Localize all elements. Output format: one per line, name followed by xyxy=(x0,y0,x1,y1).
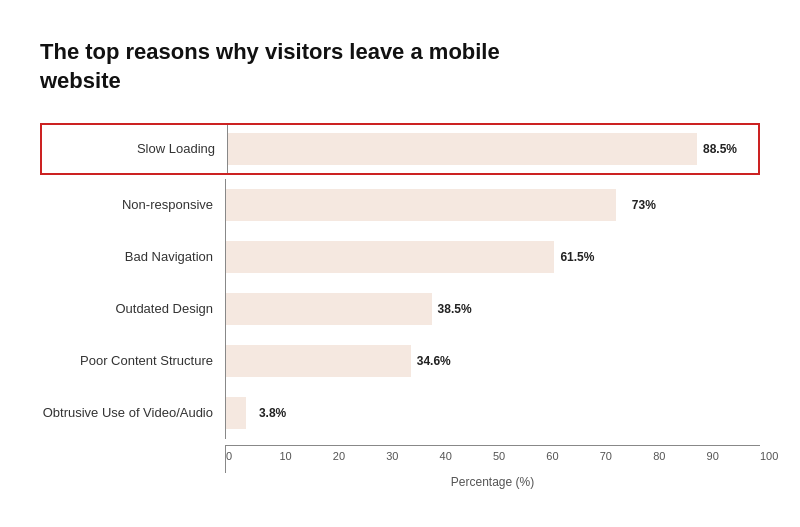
chart-title: The top reasons why visitors leave a mob… xyxy=(40,38,520,95)
bar-row: Non-responsive73% xyxy=(40,179,760,231)
x-axis-area: 0102030405060708090100 xyxy=(40,445,760,473)
x-axis-title: Percentage (%) xyxy=(40,475,760,489)
bar-fill: 73% xyxy=(226,189,616,221)
bar-fill: 3.8% xyxy=(226,397,246,429)
chart-container: The top reasons why visitors leave a mob… xyxy=(40,38,760,489)
bar-label: Outdated Design xyxy=(40,301,225,317)
bar-fill: 61.5% xyxy=(226,241,554,273)
bar-label: Poor Content Structure xyxy=(40,353,225,369)
bar-value-label: 3.8% xyxy=(259,406,286,420)
x-tick-labels: 0102030405060708090100 xyxy=(226,446,760,462)
bar-track: 73% xyxy=(225,179,760,231)
bar-row: Slow Loading88.5% xyxy=(40,123,760,175)
bar-row: Bad Navigation61.5% xyxy=(40,231,760,283)
bar-value-label: 61.5% xyxy=(560,250,594,264)
bar-track: 3.8% xyxy=(225,387,760,439)
bar-value-label: 38.5% xyxy=(438,302,472,316)
bar-value-label: 34.6% xyxy=(417,354,451,368)
bar-row: Obtrusive Use of Video/Audio3.8% xyxy=(40,387,760,439)
bar-fill: 34.6% xyxy=(226,345,411,377)
bar-track: 88.5% xyxy=(227,125,758,173)
bar-label: Non-responsive xyxy=(40,197,225,213)
bar-label: Slow Loading xyxy=(42,141,227,157)
bar-fill: 88.5% xyxy=(228,133,697,165)
bar-label: Obtrusive Use of Video/Audio xyxy=(40,405,225,421)
bar-row: Poor Content Structure34.6% xyxy=(40,335,760,387)
bar-track: 38.5% xyxy=(225,283,760,335)
bar-value-label: 73% xyxy=(632,198,656,212)
bar-value-label: 88.5% xyxy=(703,142,737,156)
bar-track: 34.6% xyxy=(225,335,760,387)
x-axis: 0102030405060708090100 xyxy=(225,445,760,473)
bar-label: Bad Navigation xyxy=(40,249,225,265)
bar-track: 61.5% xyxy=(225,231,760,283)
bar-fill: 38.5% xyxy=(226,293,432,325)
chart-area: Slow Loading88.5%Non-responsive73%Bad Na… xyxy=(40,123,760,439)
bar-row: Outdated Design38.5% xyxy=(40,283,760,335)
